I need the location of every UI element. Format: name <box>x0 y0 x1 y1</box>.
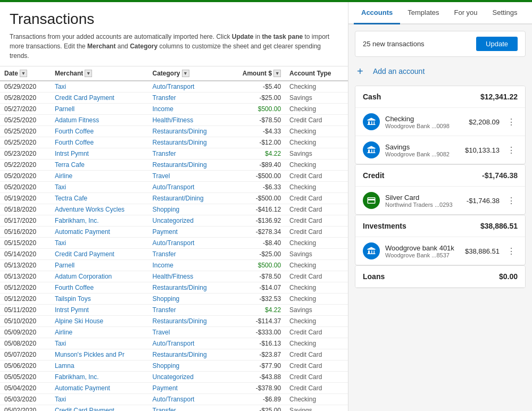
table-row: 05/08/2020TaxiAuto/Transport-$16.13Check… <box>0 338 348 349</box>
account-row-checking: CheckingWoodgrove Bank ...0098$2,208.09⋮ <box>355 108 525 136</box>
cell-category[interactable]: Shopping <box>148 293 227 305</box>
tab-settings[interactable]: Settings <box>485 2 525 24</box>
cell-category[interactable]: Health/Fitness <box>148 271 227 282</box>
cell-amount: -$25.00 <box>227 93 285 104</box>
cell-category[interactable]: Restaurants/Dining <box>148 126 227 137</box>
cell-date: 05/28/2020 <box>0 93 51 104</box>
account-more-button[interactable]: ⋮ <box>505 196 518 206</box>
cell-category[interactable]: Auto/Transport <box>148 338 227 349</box>
cell-date: 05/25/2020 <box>0 137 51 148</box>
cell-account-type: Checking <box>285 260 348 271</box>
cell-category[interactable]: Travel <box>148 327 227 338</box>
cell-merchant[interactable]: Fourth Coffee <box>51 126 148 137</box>
cell-category[interactable]: Auto/Transport <box>148 81 227 93</box>
tab-for-you[interactable]: For you <box>446 2 485 24</box>
cell-merchant[interactable]: Intrst Pymnt <box>51 148 148 160</box>
cell-merchant[interactable]: Terra Cafe <box>51 160 148 171</box>
cell-category[interactable]: Uncategorized <box>148 372 227 383</box>
section-header-investments: Investments$38,886.51 <box>355 215 525 237</box>
cell-category[interactable]: Transfer <box>148 405 227 412</box>
cell-merchant[interactable]: Taxi <box>51 238 148 249</box>
amount-filter[interactable]: ▼ <box>273 70 281 77</box>
section-title-cash: Cash <box>363 93 381 101</box>
cell-account-type: Checking <box>285 316 348 327</box>
cell-amount: -$6.89 <box>227 394 285 405</box>
cell-account-type: Credit Card <box>285 204 348 215</box>
cell-category[interactable]: Shopping <box>148 204 227 215</box>
cell-category[interactable]: Auto/Transport <box>148 394 227 405</box>
cell-category[interactable]: Health/Fitness <box>148 115 227 126</box>
cell-date: 05/20/2020 <box>0 171 51 182</box>
account-more-button[interactable]: ⋮ <box>505 246 518 256</box>
cell-merchant[interactable]: Fabrikham, Inc. <box>51 215 148 227</box>
section-total-investments: $38,886.51 <box>480 222 518 230</box>
cell-merchant[interactable]: Fourth Coffee <box>51 137 148 148</box>
section-header-credit: Credit-$1,746.38 <box>355 165 525 187</box>
cell-merchant[interactable]: Credit Card Payment <box>51 249 148 260</box>
table-row: 05/12/2020Tailspin ToysShopping-$32.53Ch… <box>0 293 348 305</box>
cell-category[interactable]: Travel <box>148 171 227 182</box>
account-icon <box>363 113 380 130</box>
cell-category[interactable]: Restaurants/Dining <box>148 137 227 148</box>
cell-category[interactable]: Transfer <box>148 93 227 104</box>
date-filter[interactable]: ▼ <box>20 70 27 77</box>
update-link[interactable]: Update <box>232 33 254 40</box>
cell-merchant[interactable]: Automatic Payment <box>51 383 148 394</box>
update-button[interactable]: Update <box>476 37 518 51</box>
cell-category[interactable]: Uncategorized <box>148 215 227 227</box>
account-sub: Woodgrove Bank ...0098 <box>385 123 463 129</box>
cell-category[interactable]: Payment <box>148 227 227 238</box>
account-more-button[interactable]: ⋮ <box>505 145 518 155</box>
cell-merchant[interactable]: Airline <box>51 327 148 338</box>
category-filter[interactable]: ▼ <box>182 70 189 77</box>
cell-merchant[interactable]: Taxi <box>51 338 148 349</box>
cell-merchant[interactable]: Fabrikham, Inc. <box>51 372 148 383</box>
cell-merchant[interactable]: Adatum Fitness <box>51 115 148 126</box>
cell-merchant[interactable]: Parnell <box>51 104 148 115</box>
cell-date: 05/08/2020 <box>0 338 51 349</box>
cell-category[interactable]: Restaurants/Dining <box>148 349 227 360</box>
cell-category[interactable]: Restaurant/Dining <box>148 193 227 204</box>
cell-merchant[interactable]: Parnell <box>51 260 148 271</box>
cell-category[interactable]: Transfer <box>148 249 227 260</box>
cell-merchant[interactable]: Adatum Corporation <box>51 271 148 282</box>
cell-date: 05/25/2020 <box>0 126 51 137</box>
cell-merchant[interactable]: Munson's Pickles and Pr <box>51 349 148 360</box>
cell-merchant[interactable]: Credit Card Payment <box>51 93 148 104</box>
cell-merchant[interactable]: Fourth Coffee <box>51 282 148 293</box>
cell-merchant[interactable]: Tectra Cafe <box>51 193 148 204</box>
cell-merchant[interactable]: Automatic Payment <box>51 227 148 238</box>
cell-category[interactable]: Auto/Transport <box>148 238 227 249</box>
cell-amount: -$25.00 <box>227 405 285 412</box>
cell-date: 05/10/2020 <box>0 316 51 327</box>
cell-merchant[interactable]: Airline <box>51 171 148 182</box>
cell-merchant[interactable]: Tailspin Toys <box>51 293 148 305</box>
cell-category[interactable]: Shopping <box>148 360 227 372</box>
cell-merchant[interactable]: Intrst Pymnt <box>51 305 148 316</box>
cell-category[interactable]: Restaurants/Dining <box>148 316 227 327</box>
cell-category[interactable]: Income <box>148 260 227 271</box>
cell-category[interactable]: Transfer <box>148 305 227 316</box>
cell-category[interactable]: Restaurants/Dining <box>148 160 227 171</box>
tab-templates[interactable]: Templates <box>400 2 446 24</box>
cell-category[interactable]: Transfer <box>148 148 227 160</box>
cell-category[interactable]: Restaurants/Dining <box>148 282 227 293</box>
add-account-row[interactable]: + Add an account <box>355 62 526 80</box>
task-pane-link: the task pane <box>262 33 303 40</box>
tab-accounts[interactable]: Accounts <box>354 2 400 24</box>
cell-category[interactable]: Income <box>148 104 227 115</box>
cell-merchant[interactable]: Taxi <box>51 81 148 93</box>
cell-merchant[interactable]: Lamna <box>51 360 148 372</box>
cell-merchant[interactable]: Adventure Works Cycles <box>51 204 148 215</box>
cell-merchant[interactable]: Taxi <box>51 394 148 405</box>
merchant-filter[interactable]: ▼ <box>85 70 92 77</box>
cell-merchant[interactable]: Taxi <box>51 182 148 193</box>
cell-category[interactable]: Auto/Transport <box>148 182 227 193</box>
cell-amount: -$16.13 <box>227 338 285 349</box>
cell-amount: $4.22 <box>227 148 285 160</box>
cell-category[interactable]: Payment <box>148 383 227 394</box>
account-more-button[interactable]: ⋮ <box>505 117 518 127</box>
cell-merchant[interactable]: Alpine Ski House <box>51 316 148 327</box>
cell-merchant[interactable]: Credit Card Payment <box>51 405 148 412</box>
transactions-table: Date▼ Merchant▼ Category▼ Amount $▼ Acco… <box>0 66 348 411</box>
